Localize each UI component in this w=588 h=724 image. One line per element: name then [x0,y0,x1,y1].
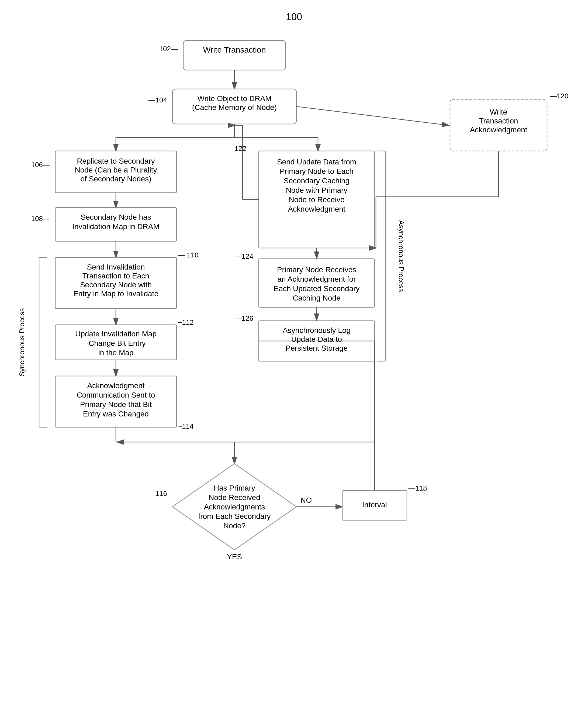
node-116-line1: Has Primary [214,484,255,492]
flowchart-diagram: 100 Write Transaction 102— Write Object … [0,0,588,724]
node-112-line3: in the Map [98,349,134,357]
node-108-ref: 108— [31,214,50,223]
node-114-line1: Acknowledgment [87,381,144,390]
node-120-line1: Write [490,108,507,116]
node-124-line1: Primary Node Receives [277,266,356,274]
node-104-line1: Write Object to DRAM [197,94,272,103]
node-116-line3: Acknowledgments [204,503,265,511]
node-120-line3: Acknowledgment [470,126,527,134]
node-114-line2: Communication Sent to [77,391,155,399]
node-124-ref: —124 [235,252,253,261]
svg-rect-4 [183,40,286,70]
node-122-line2: Primary Node to Each [280,167,354,175]
node-124-line3: Each Updated Secondary [274,284,359,293]
node-104-ref: —104 [148,96,167,104]
node-120-line2: Transaction [479,117,518,125]
node-122-ref: 122— [235,144,253,152]
node-116-line5: Node? [224,521,246,530]
node-116-line2: Node Received [209,493,260,502]
node-116-no-label: NO [300,496,312,504]
node-116-yes-label: YES [227,553,242,561]
node-108-line1: Secondary Node has [81,213,151,221]
node-122-line6: Acknowledgment [288,205,345,213]
diagram-title: 100 [286,11,302,22]
node-122-line4: Node with Primary [286,186,348,194]
node-112-line2: -Change Bit Entry [86,339,146,348]
node-126-line1: Asynchronously Log [283,326,351,334]
node-108-line2: Invalidation Map in DRAM [72,222,160,231]
node-106-line1: Replicate to Secondary [77,157,155,165]
node-110-ref: — 110 [178,251,198,259]
node-126-line3: Persistent Storage [286,344,348,352]
node-110-line3: Secondary Node with [80,281,152,289]
async-process-label: Asynchronous Process [397,220,405,292]
node-102-line1: Write Transaction [203,45,266,54]
node-122-line1: Send Update Data from [277,158,356,166]
node-116-ref: —116 [148,490,167,498]
node-120-ref: —120 [550,92,568,100]
node-118-label: Interval [362,500,387,509]
node-114-ref: ~114 [178,422,194,430]
node-118-ref: —118 [408,484,427,492]
node-110-line2: Transaction to Each [82,272,149,280]
node-110-line1: Send Invalidation [87,263,145,271]
node-106-line3: of Secondary Nodes) [80,175,151,183]
node-114-line4: Entry was Changed [83,410,149,418]
node-104-line2: (Cache Memory of Node) [192,103,277,111]
node-126-line2: Update Data to [291,335,342,344]
node-126-ref: —126 [235,314,253,323]
node-122-line3: Secondary Caching [284,177,350,185]
node-112-ref: ~112 [178,318,194,326]
node-110-line4: Entry in Map to Invalidate [73,289,159,298]
node-124-line4: Caching Node [293,294,340,302]
node-114-line3: Primary Node that Bit [80,400,152,409]
node-106-line2: Node (Can be a Plurality [75,166,157,174]
node-112-line1: Update Invalidation Map [75,330,156,338]
node-116-line4: from Each Secondary [198,512,271,520]
svg-rect-7 [450,100,547,151]
sync-process-label: Synchronous Process [18,308,26,376]
node-106-ref: 106— [31,161,50,169]
node-122-line5: Node to Receive [289,195,344,204]
node-124-line2: an Acknowledgment for [277,275,356,283]
node-102-ref: 102— [159,45,178,53]
